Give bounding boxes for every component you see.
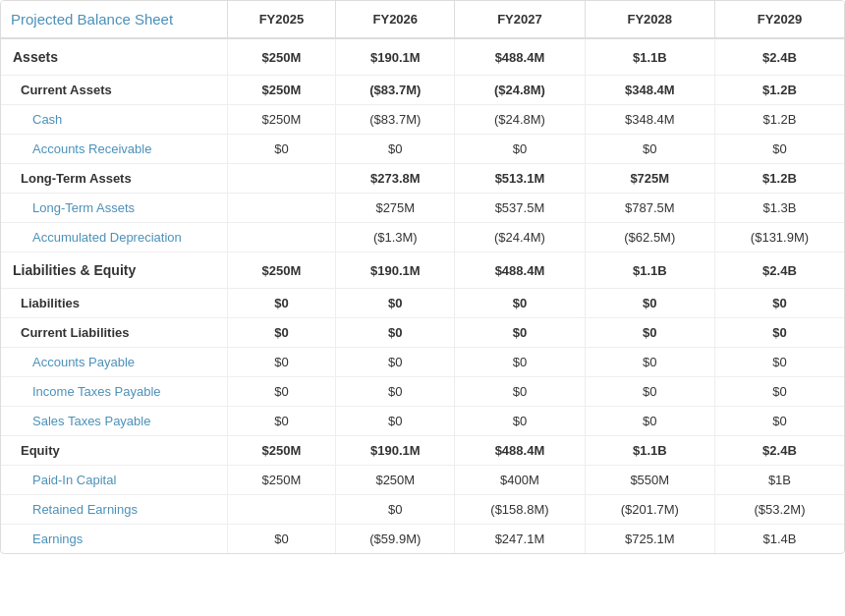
row-value: $250M <box>227 38 336 76</box>
row-value: $1.2B <box>714 105 844 135</box>
row-value: $273.8M <box>336 164 455 194</box>
table-row: Liabilities$0$0$0$0$0 <box>1 289 844 318</box>
row-value <box>227 223 336 252</box>
row-value: $0 <box>714 348 844 377</box>
row-value <box>227 495 336 525</box>
row-value: ($131.9M) <box>714 223 844 252</box>
row-value: $0 <box>227 289 336 318</box>
row-value: $1.2B <box>714 164 844 194</box>
row-value: $0 <box>585 348 714 377</box>
row-value: $2.4B <box>714 38 844 76</box>
row-value: $1.3B <box>714 194 844 223</box>
row-value: ($201.7M) <box>585 495 714 525</box>
table-row: Assets$250M$190.1M$488.4M$1.1B$2.4B <box>1 38 844 76</box>
row-value: $537.5M <box>455 194 585 223</box>
row-label: Sales Taxes Payable <box>1 407 227 436</box>
table-row: Accounts Payable$0$0$0$0$0 <box>1 348 844 377</box>
header-fy2028: FY2028 <box>585 1 714 38</box>
header-fy2025: FY2025 <box>227 1 336 38</box>
header-title: Projected Balance Sheet <box>1 1 227 38</box>
row-value: $1.2B <box>714 76 844 105</box>
row-value: $0 <box>227 377 336 407</box>
row-value: $250M <box>227 252 336 289</box>
row-value: $0 <box>455 377 585 407</box>
table-row: Earnings$0($59.9M)$247.1M$725.1M$1.4B <box>1 525 844 554</box>
header-fy2029: FY2029 <box>714 1 844 38</box>
row-value: $0 <box>455 407 585 436</box>
balance-sheet-table: Projected Balance Sheet FY2025 FY2026 FY… <box>0 0 845 554</box>
row-value: $0 <box>336 318 455 348</box>
row-value: $550M <box>585 466 714 495</box>
row-value: ($83.7M) <box>336 105 455 135</box>
row-value: $787.5M <box>585 194 714 223</box>
row-value: $190.1M <box>336 436 455 466</box>
row-value: $0 <box>227 135 336 164</box>
row-value: $725.1M <box>585 525 714 554</box>
table-row: Retained Earnings$0($158.8M)($201.7M)($5… <box>1 495 844 525</box>
row-value: $1B <box>714 466 844 495</box>
table-row: Paid-In Capital$250M$250M$400M$550M$1B <box>1 466 844 495</box>
row-label: Current Assets <box>1 76 227 105</box>
row-value: $488.4M <box>455 252 585 289</box>
row-value: ($1.3M) <box>336 223 455 252</box>
row-value: $0 <box>336 407 455 436</box>
table-row: Liabilities & Equity$250M$190.1M$488.4M$… <box>1 252 844 289</box>
row-value: $0 <box>336 135 455 164</box>
row-label: Income Taxes Payable <box>1 377 227 407</box>
row-value: $250M <box>227 76 336 105</box>
row-value: $0 <box>336 348 455 377</box>
row-label: Equity <box>1 436 227 466</box>
row-label: Accumulated Depreciation <box>1 223 227 252</box>
row-value: ($24.4M) <box>455 223 585 252</box>
row-value: $0 <box>336 377 455 407</box>
row-value: $275M <box>336 194 455 223</box>
row-label: Paid-In Capital <box>1 466 227 495</box>
row-value: $513.1M <box>455 164 585 194</box>
row-label: Long-Term Assets <box>1 194 227 223</box>
row-label: Retained Earnings <box>1 495 227 525</box>
row-value <box>227 194 336 223</box>
row-value: $0 <box>336 289 455 318</box>
header-fy2026: FY2026 <box>336 1 455 38</box>
row-value <box>227 164 336 194</box>
row-value: $2.4B <box>714 436 844 466</box>
row-value: $190.1M <box>336 252 455 289</box>
row-value: $0 <box>585 377 714 407</box>
row-value: $0 <box>585 135 714 164</box>
table-row: Accounts Receivable$0$0$0$0$0 <box>1 135 844 164</box>
row-value: $1.4B <box>714 525 844 554</box>
row-label: Cash <box>1 105 227 135</box>
row-value: $190.1M <box>336 38 455 76</box>
row-value: ($24.8M) <box>455 76 585 105</box>
row-value: $0 <box>714 289 844 318</box>
table-row: Long-Term Assets$275M$537.5M$787.5M$1.3B <box>1 194 844 223</box>
row-value: $250M <box>227 436 336 466</box>
row-value: $400M <box>455 466 585 495</box>
row-value: ($62.5M) <box>585 223 714 252</box>
row-value: $1.1B <box>585 436 714 466</box>
header-fy2027: FY2027 <box>455 1 585 38</box>
row-value: $0 <box>714 318 844 348</box>
row-value: $0 <box>336 495 455 525</box>
row-value: $0 <box>227 525 336 554</box>
row-value: $1.1B <box>585 252 714 289</box>
table-row: Cash$250M($83.7M)($24.8M)$348.4M$1.2B <box>1 105 844 135</box>
row-value: $0 <box>455 289 585 318</box>
row-value: $0 <box>227 407 336 436</box>
row-value: $0 <box>585 407 714 436</box>
row-value: ($24.8M) <box>455 105 585 135</box>
row-value: $725M <box>585 164 714 194</box>
row-value: $488.4M <box>455 38 585 76</box>
row-label: Accounts Payable <box>1 348 227 377</box>
row-value: $488.4M <box>455 436 585 466</box>
row-value: $1.1B <box>585 38 714 76</box>
table-row: Current Liabilities$0$0$0$0$0 <box>1 318 844 348</box>
row-value: $0 <box>227 318 336 348</box>
table-row: Long-Term Assets$273.8M$513.1M$725M$1.2B <box>1 164 844 194</box>
row-value: $0 <box>227 348 336 377</box>
row-value: $2.4B <box>714 252 844 289</box>
table-row: Accumulated Depreciation($1.3M)($24.4M)(… <box>1 223 844 252</box>
table-row: Current Assets$250M($83.7M)($24.8M)$348.… <box>1 76 844 105</box>
row-label: Current Liabilities <box>1 318 227 348</box>
row-value: $0 <box>455 348 585 377</box>
